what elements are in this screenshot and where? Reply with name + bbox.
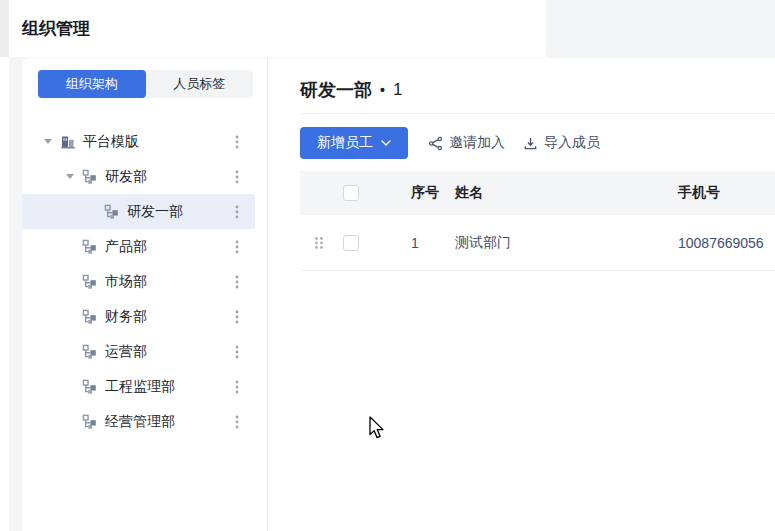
row-check-cell [343,235,411,251]
tree-item[interactable]: 产品部 [22,229,255,264]
member-count: 1 [393,80,402,100]
table-body: 1 测试部门 10087669056 [300,215,775,271]
tree-item-label: 市场部 [105,273,147,291]
department-icon [82,309,98,325]
title-divider [300,113,775,114]
tree-item[interactable]: 财务部 [22,299,255,334]
company-icon [60,134,76,150]
import-button[interactable]: 导入成员 [523,134,600,152]
toolbar: 新增员工 邀请加入 导入成员 [300,127,600,159]
department-icon [82,169,98,185]
column-header-index: 序号 [411,184,455,202]
kebab-menu-icon[interactable] [235,344,239,360]
tree-item-label: 财务部 [105,308,147,326]
tree-item-label: 运营部 [105,343,147,361]
kebab-menu-icon[interactable] [235,274,239,290]
tab-org-structure[interactable]: 组织架构 [38,70,146,98]
department-icon [82,239,98,255]
kebab-menu-icon[interactable] [235,239,239,255]
kebab-menu-icon[interactable] [235,309,239,325]
department-icon [82,344,98,360]
caret-down-icon[interactable] [66,174,82,179]
tree-item[interactable]: 研发部 [22,159,255,194]
kebab-menu-icon[interactable] [235,169,239,185]
department-icon [82,414,98,430]
sidebar: 组织架构 人员标签 平台模版 [22,58,267,531]
select-all-cell [343,185,411,201]
select-all-checkbox[interactable] [343,185,359,201]
cell-name: 测试部门 [455,234,678,252]
cell-index: 1 [411,235,455,251]
department-icon [82,379,98,395]
org-tree: 平台模版 研发部 [22,124,255,439]
tree-item[interactable]: 经营管理部 [22,404,255,439]
page-title: 组织管理 [22,0,90,57]
tree-item[interactable]: 研发一部 [22,194,255,229]
tree-item-label: 研发一部 [127,203,183,221]
column-header-name: 姓名 [455,184,678,202]
kebab-menu-icon[interactable] [235,379,239,395]
tree-item[interactable]: 平台模版 [22,124,255,159]
tree-item-label: 平台模版 [83,133,139,151]
cell-phone: 10087669056 [678,235,775,251]
department-name: 研发一部 [300,78,372,102]
drag-handle[interactable] [313,235,325,251]
tree-item[interactable]: 工程监理部 [22,369,255,404]
table-header-row: 序号 姓名 手机号 [300,171,775,215]
main-panel: 研发一部 • 1 新增员工 邀请加入 导入成员 [268,58,775,531]
column-header-phone: 手机号 [678,184,775,202]
sidebar-tabs: 组织架构 人员标签 [38,70,253,98]
window-edge-top [0,0,9,57]
chevron-down-icon [381,140,391,146]
tree-item-label: 产品部 [105,238,147,256]
share-icon [428,136,443,151]
kebab-menu-icon[interactable] [235,134,239,150]
kebab-menu-icon[interactable] [235,414,239,430]
import-icon [523,136,538,151]
tab-person-tags[interactable]: 人员标签 [146,70,254,98]
tree-item-label: 研发部 [105,168,147,186]
tree-item[interactable]: 市场部 [22,264,255,299]
add-employee-label: 新增员工 [317,134,373,152]
window-edge-bottom [0,57,9,531]
tree-item[interactable]: 运营部 [22,334,255,369]
content-card: 组织架构 人员标签 平台模版 [22,58,775,531]
page-header: 组织管理 [9,0,546,57]
kebab-menu-icon[interactable] [235,204,239,220]
invite-label: 邀请加入 [449,134,505,152]
department-icon [82,274,98,290]
title-separator-dot: • [380,82,385,98]
department-icon [104,204,120,220]
drag-handle-cell [300,235,343,251]
caret-down-icon[interactable] [44,139,60,144]
tree-item-label: 工程监理部 [105,378,175,396]
table-row: 1 测试部门 10087669056 [300,215,775,271]
tree-item-label: 经营管理部 [105,413,175,431]
row-checkbox[interactable] [343,235,359,251]
import-label: 导入成员 [544,134,600,152]
section-title: 研发一部 • 1 [300,78,402,102]
invite-button[interactable]: 邀请加入 [428,134,505,152]
add-employee-button[interactable]: 新增员工 [300,127,408,159]
member-table: 序号 姓名 手机号 1 测试部门 10087669056 [300,171,775,271]
